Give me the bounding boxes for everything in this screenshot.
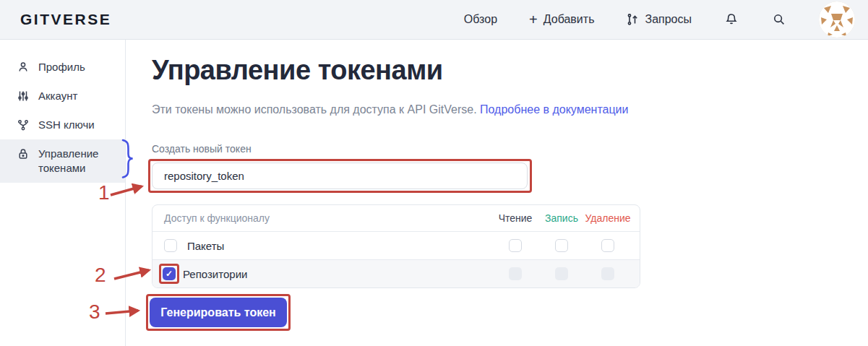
topbar-nav: Обзор + Добавить Запросы [464, 1, 855, 38]
sidebar-item-label: Управление токенами [38, 147, 108, 176]
page-title: Управление токенами [152, 55, 443, 86]
sidebar-item-label: Аккаунт [38, 89, 77, 103]
repositories-read-checkbox [509, 267, 522, 280]
sidebar-item-account[interactable]: Аккаунт [0, 82, 125, 111]
lock-icon [17, 148, 29, 160]
nav-requests[interactable]: Запросы [626, 13, 692, 26]
nav-requests-label: Запросы [645, 13, 692, 26]
table-header: Доступ к функционалу Чтение Запись Удале… [152, 205, 640, 231]
permissions-table: Доступ к функционалу Чтение Запись Удале… [152, 204, 640, 288]
header-delete: Удаление [585, 212, 631, 224]
sidebar-item-token-management[interactable]: Управление токенами [0, 139, 125, 183]
nav-overview-label: Обзор [464, 13, 497, 26]
bell-icon [724, 12, 739, 27]
header-read: Чтение [492, 212, 538, 224]
row-label: Репозитории [183, 268, 247, 280]
settings-sidebar: Профиль Аккаунт SSH ключи Управление ток… [0, 40, 126, 346]
nav-add-label: Добавить [543, 13, 595, 26]
header-write: Запись [538, 212, 585, 224]
create-token-label: Создать новый токен [152, 143, 252, 155]
sidebar-item-label: Профиль [38, 60, 85, 74]
notifications-button[interactable] [723, 12, 739, 27]
table-row-repositories: ✓ Репозитории [152, 259, 640, 287]
sliders-icon [17, 90, 29, 102]
sidebar-item-profile[interactable]: Профиль [0, 53, 125, 82]
header-access: Доступ к функционалу [152, 212, 270, 224]
gitverse-logo[interactable]: GITVERSE [20, 11, 111, 28]
token-name-input[interactable] [152, 163, 528, 189]
row-label: Пакеты [187, 240, 224, 252]
packages-read-checkbox[interactable] [509, 239, 522, 252]
repositories-delete-checkbox [601, 267, 614, 280]
sidebar-item-label: SSH ключи [38, 118, 95, 132]
subtitle-text: Эти токены можно использовать для доступ… [152, 103, 477, 116]
annotation-box-step1 [148, 159, 532, 193]
repositories-checkbox[interactable]: ✓ [163, 267, 176, 280]
annotation-box-step2: ✓ [159, 264, 179, 284]
search-button[interactable] [771, 12, 787, 27]
nav-overview[interactable]: Обзор [464, 13, 497, 26]
sidebar-item-ssh-keys[interactable]: SSH ключи [0, 111, 125, 139]
docs-link[interactable]: Подробнее в документации [480, 103, 628, 116]
plus-icon: + [529, 13, 538, 26]
generate-token-button[interactable]: Генерировать токен [150, 298, 287, 327]
packages-delete-checkbox[interactable] [601, 239, 614, 252]
user-icon [17, 61, 29, 73]
ssh-key-icon [17, 119, 29, 131]
annotation-box-step3: Генерировать токен [146, 294, 291, 331]
table-row-packages: Пакеты [152, 231, 640, 259]
packages-checkbox[interactable] [164, 239, 177, 252]
page-subtitle: Эти токены можно использовать для доступ… [152, 103, 628, 116]
repositories-write-checkbox [555, 267, 568, 280]
packages-write-checkbox[interactable] [555, 239, 568, 252]
search-icon [772, 12, 786, 27]
avatar[interactable] [819, 1, 855, 38]
nav-add[interactable]: + Добавить [529, 13, 594, 26]
pull-request-icon [626, 13, 639, 26]
topbar: GITVERSE Обзор + Добавить Запросы [0, 0, 868, 40]
